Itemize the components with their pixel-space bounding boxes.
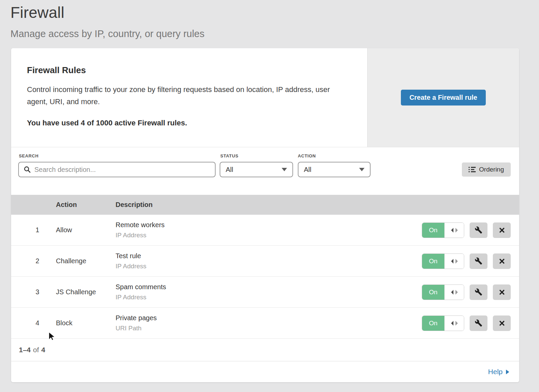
delete-rule-button[interactable] (493, 222, 511, 238)
action-column-header: Action (56, 201, 116, 209)
rule-match-type: URI Path (116, 325, 422, 332)
description-column-header: Description (116, 201, 422, 209)
rule-enable-toggle[interactable]: On (422, 222, 464, 238)
pagination-of-label: of (33, 346, 39, 354)
table-row: 3 JS Challenge Spam comments IP Address … (11, 277, 519, 308)
rule-priority: 4 (19, 319, 56, 327)
edit-rule-button[interactable] (470, 253, 487, 269)
wrench-icon (475, 288, 482, 296)
rule-action: Block (56, 319, 116, 327)
page-subtitle: Manage access by IP, country, or query r… (10, 28, 539, 39)
toggle-arrows-icon (444, 223, 464, 238)
toggle-on-label: On (422, 285, 444, 300)
ordering-button-label: Ordering (479, 166, 504, 173)
status-select-value: All (226, 166, 233, 174)
chevron-down-icon (282, 168, 287, 171)
status-label: STATUS (220, 153, 293, 158)
status-select[interactable]: All (220, 162, 293, 177)
toggle-on-label: On (422, 316, 444, 331)
table-row: 1 Allow Remote workers IP Address On (11, 215, 519, 246)
rule-description: Remote workers (116, 221, 422, 229)
rule-enable-toggle[interactable]: On (422, 284, 464, 300)
create-rule-panel: Create a Firewall rule (367, 48, 519, 147)
rule-match-type: IP Address (116, 263, 422, 270)
toggle-arrows-icon (444, 254, 464, 269)
help-link-label: Help (488, 368, 503, 376)
rule-description: Test rule (116, 252, 422, 260)
rule-description-cell: Test rule IP Address (116, 252, 422, 270)
toggle-on-label: On (422, 254, 444, 269)
chevron-down-icon (359, 168, 364, 171)
delete-rule-button[interactable] (493, 253, 511, 269)
close-icon (499, 227, 505, 234)
wrench-icon (475, 319, 482, 327)
rule-action: JS Challenge (56, 288, 116, 296)
edit-rule-button[interactable] (470, 315, 487, 331)
edit-rule-button[interactable] (470, 222, 487, 238)
filters-bar: SEARCH STATUS All ACTION All (11, 147, 519, 195)
close-icon (499, 320, 505, 327)
rule-match-type: IP Address (116, 294, 422, 301)
rule-priority: 2 (19, 257, 56, 265)
status-filter-group: STATUS All (220, 153, 293, 177)
close-icon (499, 258, 505, 265)
rule-controls: On (422, 222, 511, 238)
create-firewall-rule-button[interactable]: Create a Firewall rule (401, 90, 485, 105)
rule-enable-toggle[interactable]: On (422, 253, 464, 269)
ordering-list-icon (469, 167, 476, 173)
action-label: ACTION (297, 153, 371, 158)
rule-enable-toggle[interactable]: On (422, 315, 464, 331)
pagination: 1–4 of 4 (11, 339, 519, 361)
pagination-total: 4 (41, 346, 45, 354)
search-label: SEARCH (18, 153, 216, 158)
usage-note: You have used 4 of 1000 active Firewall … (27, 119, 351, 127)
table-header: Action Description (11, 195, 519, 215)
overview-heading: Firewall Rules (27, 65, 351, 76)
delete-rule-button[interactable] (493, 284, 511, 300)
search-input[interactable] (34, 166, 210, 174)
rule-description-cell: Remote workers IP Address (116, 221, 422, 239)
search-filter-group: SEARCH (18, 153, 216, 177)
toggle-arrows-icon (444, 285, 464, 300)
close-icon (499, 289, 505, 296)
action-filter-group: ACTION All (297, 153, 371, 177)
rule-description-cell: Private pages URI Path (116, 314, 422, 332)
rule-description-cell: Spam comments IP Address (116, 283, 422, 301)
overview-section: Firewall Rules Control incoming traffic … (11, 48, 519, 147)
action-select-value: All (304, 166, 311, 174)
rule-match-type: IP Address (116, 232, 422, 239)
wrench-icon (475, 226, 482, 234)
delete-rule-button[interactable] (493, 315, 511, 331)
pagination-range: 1–4 (19, 346, 31, 354)
toggle-arrows-icon (444, 316, 464, 331)
arrow-right-icon (506, 369, 509, 374)
page-header: Firewall Manage access by IP, country, o… (0, 0, 539, 39)
rule-description: Private pages (116, 314, 422, 322)
rule-controls: On (422, 253, 511, 269)
action-select[interactable]: All (298, 162, 371, 177)
toggle-on-label: On (422, 223, 444, 238)
overview-text-panel: Firewall Rules Control incoming traffic … (11, 48, 367, 147)
wrench-icon (475, 257, 482, 265)
edit-rule-button[interactable] (470, 284, 487, 300)
help-link[interactable]: Help (488, 368, 509, 376)
rule-priority: 3 (19, 288, 56, 296)
table-row: 2 Challenge Test rule IP Address On (11, 246, 519, 277)
table-row: 4 Block Private pages URI Path On (11, 308, 519, 339)
rule-controls: On (422, 315, 511, 331)
rule-action: Challenge (56, 257, 116, 265)
firewall-rules-card: Firewall Rules Control incoming traffic … (11, 48, 519, 382)
rule-description: Spam comments (116, 283, 422, 291)
ordering-button[interactable]: Ordering (462, 162, 511, 177)
search-box (18, 162, 216, 177)
rule-controls: On (422, 284, 511, 300)
card-footer: Help (11, 361, 519, 382)
rule-action: Allow (56, 226, 116, 234)
search-icon (24, 166, 31, 173)
overview-description: Control incoming traffic to your zone by… (27, 84, 350, 108)
rule-priority: 1 (19, 226, 56, 234)
page-title: Firewall (10, 3, 539, 22)
